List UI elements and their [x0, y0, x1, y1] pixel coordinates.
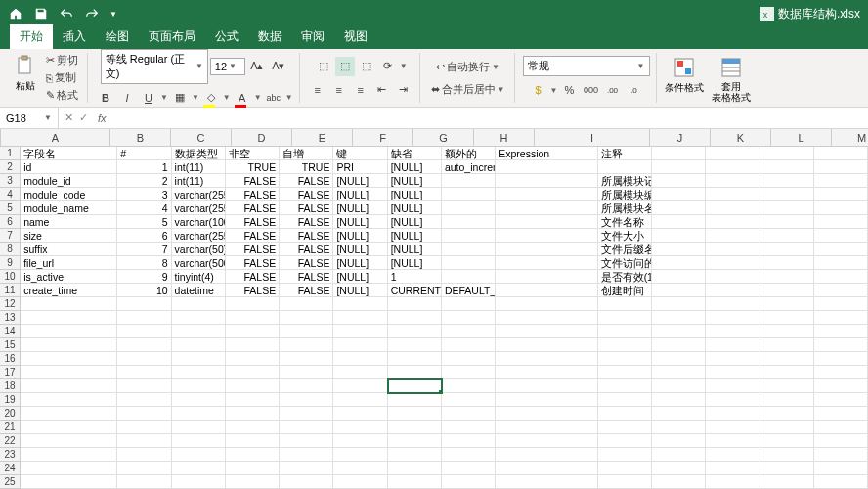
cancel-formula-icon[interactable]: ✕: [65, 111, 73, 124]
row-header[interactable]: 1: [0, 147, 21, 160]
cell[interactable]: [496, 379, 597, 393]
col-header-I[interactable]: I: [535, 129, 650, 146]
cell[interactable]: [814, 352, 868, 366]
cell[interactable]: FALSE: [280, 270, 333, 284]
cell[interactable]: [496, 201, 597, 215]
cell[interactable]: [706, 462, 760, 475]
cell[interactable]: [21, 297, 117, 311]
cell[interactable]: [333, 448, 387, 462]
cell[interactable]: PRI: [333, 160, 387, 174]
row-header[interactable]: 6: [0, 215, 21, 229]
cell[interactable]: [NULL]: [388, 243, 442, 256]
cell[interactable]: [226, 311, 280, 325]
cell[interactable]: [226, 297, 280, 311]
increase-font-icon[interactable]: A▴: [247, 57, 267, 76]
cell[interactable]: [706, 475, 760, 489]
cell[interactable]: [172, 421, 226, 434]
undo-icon[interactable]: [59, 6, 74, 22]
cell[interactable]: [652, 352, 706, 366]
cell[interactable]: [598, 338, 652, 352]
row-header[interactable]: 19: [0, 393, 21, 407]
cell[interactable]: [117, 448, 171, 462]
cell[interactable]: [706, 147, 760, 160]
cell[interactable]: [814, 297, 868, 311]
cell[interactable]: 创建时间: [598, 284, 652, 297]
cell[interactable]: [280, 434, 333, 448]
cell[interactable]: [814, 462, 868, 475]
cell[interactable]: 文件大小: [598, 229, 652, 243]
cell[interactable]: [442, 407, 496, 421]
tab-数据[interactable]: 数据: [248, 24, 291, 49]
cell[interactable]: [760, 325, 813, 338]
cell[interactable]: [652, 270, 706, 284]
cell[interactable]: [442, 311, 496, 325]
cell[interactable]: [442, 475, 496, 489]
cell[interactable]: [442, 448, 496, 462]
cell[interactable]: 字段名: [21, 147, 117, 160]
cell[interactable]: [442, 201, 496, 215]
border-icon[interactable]: ▦: [170, 88, 190, 108]
cell[interactable]: [172, 325, 226, 338]
cell[interactable]: [598, 421, 652, 434]
cell[interactable]: [814, 421, 868, 434]
cell[interactable]: FALSE: [280, 215, 333, 229]
cell[interactable]: [652, 366, 706, 379]
cell[interactable]: [496, 448, 597, 462]
tab-开始[interactable]: 开始: [10, 24, 53, 49]
cell[interactable]: [NULL]: [333, 284, 387, 297]
paste-icon[interactable]: [12, 52, 39, 79]
cut-button[interactable]: ✂剪切: [43, 52, 81, 68]
cell[interactable]: [814, 284, 868, 297]
cell[interactable]: [21, 407, 117, 421]
cell[interactable]: datetime: [172, 284, 226, 297]
cell[interactable]: [172, 379, 226, 393]
cell[interactable]: [652, 297, 706, 311]
cell[interactable]: FALSE: [280, 243, 333, 256]
cell[interactable]: [21, 475, 117, 489]
cell[interactable]: [706, 421, 760, 434]
cell[interactable]: [117, 393, 171, 407]
cell[interactable]: [NULL]: [333, 270, 387, 284]
cell[interactable]: 3: [117, 188, 171, 201]
cell[interactable]: [760, 448, 813, 462]
cell[interactable]: [172, 352, 226, 366]
align-bottom-icon[interactable]: ⬚: [357, 57, 376, 76]
cell[interactable]: [652, 311, 706, 325]
cell[interactable]: varchar(50): [172, 243, 226, 256]
cell[interactable]: TRUE: [226, 160, 280, 174]
cell[interactable]: [814, 448, 868, 462]
cell[interactable]: [760, 229, 813, 243]
cell[interactable]: [117, 311, 171, 325]
cell[interactable]: is_active: [21, 270, 117, 284]
cell[interactable]: 自增: [280, 147, 333, 160]
tab-页面布局[interactable]: 页面布局: [139, 24, 205, 49]
cell[interactable]: [652, 256, 706, 270]
row-header[interactable]: 15: [0, 338, 21, 352]
cell[interactable]: [760, 284, 813, 297]
cell[interactable]: [760, 201, 813, 215]
cell[interactable]: [760, 174, 813, 188]
cell[interactable]: [598, 407, 652, 421]
row-header[interactable]: 3: [0, 174, 21, 188]
cell[interactable]: [706, 243, 760, 256]
cell[interactable]: [706, 434, 760, 448]
cell[interactable]: FALSE: [226, 229, 280, 243]
cell[interactable]: [280, 325, 333, 338]
cell[interactable]: [760, 352, 813, 366]
cell[interactable]: [172, 475, 226, 489]
cell[interactable]: [442, 270, 496, 284]
cell[interactable]: [333, 338, 387, 352]
cell[interactable]: [760, 147, 813, 160]
row-header[interactable]: 4: [0, 188, 21, 201]
cell[interactable]: [226, 352, 280, 366]
cell[interactable]: [598, 366, 652, 379]
row-header[interactable]: 20: [0, 407, 21, 421]
row-header[interactable]: 7: [0, 229, 21, 243]
cell[interactable]: [496, 407, 597, 421]
cell[interactable]: [652, 475, 706, 489]
cell[interactable]: [706, 407, 760, 421]
cell[interactable]: Expression: [496, 147, 597, 160]
cell[interactable]: [280, 407, 333, 421]
cell[interactable]: [496, 284, 597, 297]
cell[interactable]: [388, 393, 442, 407]
